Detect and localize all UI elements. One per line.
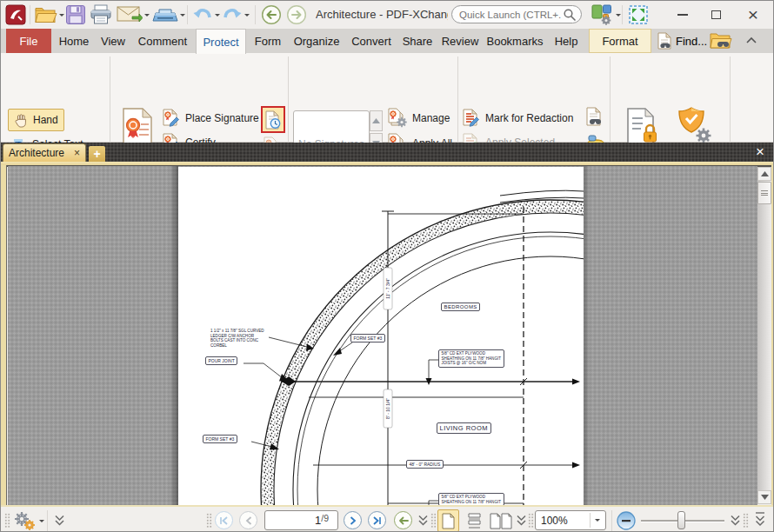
tab-protect[interactable]: Protect xyxy=(196,29,246,54)
tab-view[interactable]: View xyxy=(97,29,130,53)
toolbar-grip[interactable] xyxy=(430,513,437,529)
fullscreen-button[interactable] xyxy=(629,5,648,24)
chevron-up-icon xyxy=(745,36,757,44)
find-button[interactable]: Find... xyxy=(657,32,707,50)
doc-tab-close-icon[interactable]: × xyxy=(74,149,80,157)
window-close-button[interactable]: × xyxy=(740,4,766,25)
tab-comment[interactable]: Comment xyxy=(134,29,191,53)
history-more-button[interactable] xyxy=(417,515,429,526)
scroll-up-button[interactable] xyxy=(757,167,771,181)
tab-format[interactable]: Format xyxy=(589,29,651,53)
mark-redaction-button[interactable]: Mark for Redaction xyxy=(463,109,573,127)
panel-toggle-button[interactable] xyxy=(754,512,766,528)
close-document-button[interactable]: × xyxy=(749,143,771,162)
search-redact-icon xyxy=(586,107,605,128)
scan-dropdown-arrow[interactable] xyxy=(180,14,185,17)
redo-dropdown-arrow[interactable] xyxy=(244,14,250,17)
double-chevron-with-bar-icon xyxy=(754,512,766,528)
scroll-thumb[interactable] xyxy=(757,182,771,204)
zoom-more-button[interactable] xyxy=(730,515,741,526)
page-number-box[interactable]: 1 /9 xyxy=(264,510,338,530)
tab-file[interactable]: File xyxy=(6,29,51,53)
pdf-page[interactable]: 11' - 7 3/4" 8' - 10 1/4" BEDROOMS LIVIN… xyxy=(178,167,584,505)
thumb-grip xyxy=(761,195,768,196)
email-button[interactable] xyxy=(117,6,150,23)
search-and-redact-button[interactable] xyxy=(586,107,605,128)
zoom-slider-handle[interactable] xyxy=(677,511,685,529)
new-doc-tab-button[interactable]: + xyxy=(89,146,105,162)
place-signature-button[interactable]: Place Signature xyxy=(163,109,259,127)
history-back-icon xyxy=(398,516,409,525)
place-signature-label: Place Signature xyxy=(185,112,259,124)
toolbar-grip[interactable] xyxy=(206,513,212,529)
status-options-button[interactable] xyxy=(12,510,44,531)
toolbar-grip[interactable] xyxy=(528,513,534,529)
back-arrow-icon xyxy=(261,4,282,25)
zoom-out-button[interactable] xyxy=(617,511,636,530)
ui-options-button[interactable] xyxy=(591,4,621,25)
app-logo-icon[interactable] xyxy=(5,4,26,25)
history-back-button[interactable] xyxy=(394,511,412,529)
doc-tab-architecture[interactable]: Architecture × xyxy=(3,143,86,162)
ui-options-dropdown-arrow[interactable] xyxy=(616,14,621,17)
status-options-dropdown-arrow[interactable] xyxy=(39,520,44,522)
vertical-scrollbar[interactable] xyxy=(757,167,771,504)
tab-help[interactable]: Help xyxy=(549,29,584,53)
expand-toolbar-button[interactable] xyxy=(54,515,65,526)
divider xyxy=(622,5,623,24)
print-button[interactable] xyxy=(90,4,112,25)
save-button[interactable] xyxy=(65,4,86,25)
scan-button[interactable] xyxy=(152,7,185,23)
tab-review[interactable]: Review xyxy=(439,29,481,53)
tab-convert[interactable]: Convert xyxy=(347,29,396,53)
document-canvas[interactable]: 11' - 7 3/4" 8' - 10 1/4" BEDROOMS LIVIN… xyxy=(8,166,757,505)
plus-icon: + xyxy=(93,147,100,161)
tab-form[interactable]: Form xyxy=(250,29,285,53)
forward-button[interactable] xyxy=(286,4,307,25)
toolbar-grip[interactable] xyxy=(743,513,749,529)
redo-button[interactable] xyxy=(222,6,250,23)
tab-home[interactable]: Home xyxy=(55,29,93,53)
quick-launch-input[interactable] xyxy=(457,9,563,21)
previous-page-button[interactable] xyxy=(239,511,257,529)
double-chevron-down-icon xyxy=(417,515,429,526)
undo-dropdown-arrow[interactable] xyxy=(215,14,220,17)
print-icon xyxy=(90,4,112,25)
next-page-button[interactable] xyxy=(344,511,362,529)
open-dropdown-arrow[interactable] xyxy=(59,14,64,17)
radius-label: 48' - 0" RADIUS xyxy=(406,460,444,469)
first-page-button[interactable] xyxy=(215,511,233,529)
tab-organize[interactable]: Organize xyxy=(290,29,344,53)
double-chevron-down-icon xyxy=(516,515,527,526)
zoom-level-value: 100% xyxy=(541,515,568,527)
maximize-button[interactable] xyxy=(704,6,728,23)
tab-bookmarks[interactable]: Bookmarks xyxy=(484,29,545,53)
zoom-dropdown-arrow[interactable] xyxy=(595,519,600,522)
note-line: 1 1/2" x 11 7/8" SGL CURVED xyxy=(210,329,264,334)
back-button[interactable] xyxy=(261,4,282,25)
two-page-layout-button[interactable] xyxy=(488,509,514,532)
signatures-scroll-up[interactable] xyxy=(370,110,383,131)
open-button[interactable] xyxy=(34,5,64,24)
close-icon: × xyxy=(756,143,764,161)
continuous-layout-button[interactable] xyxy=(464,509,485,532)
zoom-level-box[interactable]: 100% xyxy=(535,510,606,530)
scroll-down-button[interactable] xyxy=(757,490,771,504)
email-dropdown-arrow[interactable] xyxy=(144,14,150,17)
layout-more-button[interactable] xyxy=(516,515,527,526)
form-set-upper-label: FORM SET #3 xyxy=(350,334,385,342)
document-timestamp-button[interactable] xyxy=(261,106,285,133)
tab-share[interactable]: Share xyxy=(397,29,437,53)
manage-signatures-button[interactable]: Manage xyxy=(388,108,450,128)
quick-launch-box[interactable] xyxy=(451,5,582,23)
fullscreen-icon xyxy=(629,5,648,24)
undo-button[interactable] xyxy=(192,6,220,23)
hand-tool-button[interactable]: Hand xyxy=(8,109,64,131)
find-in-files-button[interactable] xyxy=(710,31,732,50)
toolbar-grip[interactable] xyxy=(4,513,10,529)
minimize-button[interactable] xyxy=(671,6,695,23)
vertical-dimension-1: 11' - 7 3/4" xyxy=(384,268,392,309)
last-page-button[interactable] xyxy=(368,511,386,529)
single-page-layout-button[interactable] xyxy=(437,509,459,532)
collapse-ribbon-button[interactable] xyxy=(745,36,757,44)
